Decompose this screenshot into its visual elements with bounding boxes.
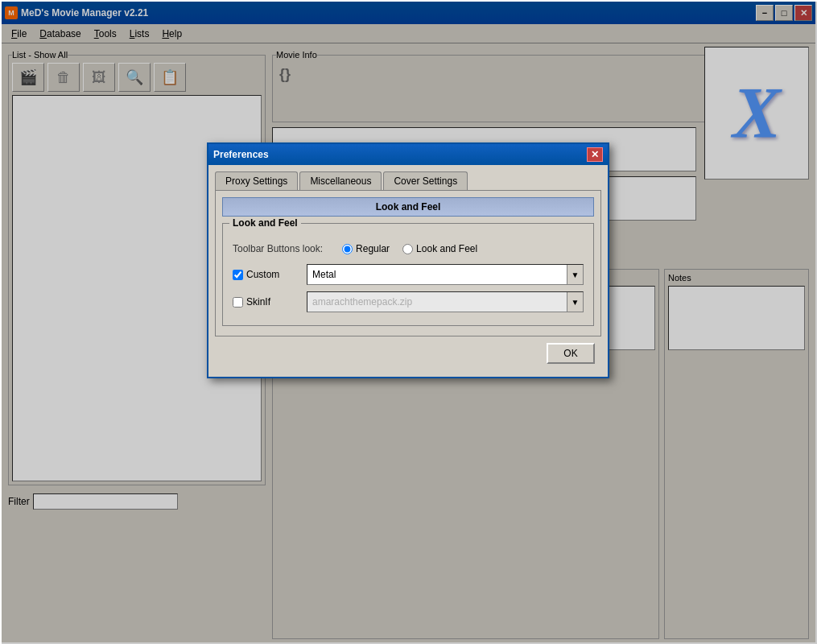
radio-regular[interactable]: Regular — [342, 243, 390, 254]
skin-label: SkinIf — [246, 296, 270, 308]
skin-select-wrapper: amarachthemepack.zip ▼ — [307, 291, 584, 312]
custom-row: Custom Metal ▼ — [233, 264, 584, 285]
ok-button[interactable]: OK — [547, 343, 595, 364]
main-window: M MeD's Movie Manager v2.21 − □ ✕ File D… — [0, 0, 817, 644]
tabs-container: Proxy Settings Miscellaneous Cover Setti… — [215, 171, 601, 190]
custom-checkbox[interactable] — [233, 270, 243, 280]
preferences-dialog: Preferences ✕ Proxy Settings Miscellaneo… — [207, 142, 609, 378]
skin-select-arrow: ▼ — [567, 292, 583, 312]
radio-regular-input[interactable] — [342, 244, 353, 254]
modal-overlay: Preferences ✕ Proxy Settings Miscellaneo… — [2, 2, 817, 644]
custom-select-wrapper[interactable]: Metal ▼ — [307, 264, 584, 285]
radio-laf-label: Look and Feel — [416, 243, 477, 254]
group-label: Look and Feel — [229, 217, 301, 229]
radio-laf[interactable]: Look and Feel — [402, 243, 477, 254]
look-and-feel-group: Look and Feel Toolbar Buttons look: Regu… — [222, 223, 594, 326]
dialog-footer: OK — [215, 336, 601, 370]
radio-regular-label: Regular — [356, 243, 390, 254]
tab-misc[interactable]: Miscellaneous — [299, 171, 382, 190]
custom-checkbox-label[interactable]: Custom — [233, 269, 297, 280]
active-tab-label: Look and Feel — [222, 197, 594, 217]
toolbar-radio-group: Toolbar Buttons look: Regular Look and F… — [233, 243, 584, 254]
tab-cover[interactable]: Cover Settings — [383, 171, 468, 190]
custom-label: Custom — [246, 269, 279, 280]
skin-select-text: amarachthemepack.zip — [307, 292, 567, 312]
dialog-title: Preferences — [213, 149, 269, 160]
tab-panel: Look and Feel Look and Feel Toolbar Butt… — [215, 190, 601, 336]
tab-proxy[interactable]: Proxy Settings — [215, 171, 298, 190]
radio-laf-input[interactable] — [402, 244, 413, 254]
dialog-title-bar: Preferences ✕ — [208, 144, 608, 165]
dialog-content: Proxy Settings Miscellaneous Cover Setti… — [208, 165, 608, 377]
dialog-close-button[interactable]: ✕ — [587, 147, 603, 162]
toolbar-label: Toolbar Buttons look: — [233, 243, 323, 254]
skin-checkbox-label[interactable]: SkinIf — [233, 296, 297, 308]
custom-select-text: Metal — [307, 265, 567, 284]
custom-select-arrow[interactable]: ▼ — [567, 265, 583, 284]
skin-row: SkinIf amarachthemepack.zip ▼ — [233, 291, 584, 312]
skin-checkbox[interactable] — [233, 297, 243, 308]
